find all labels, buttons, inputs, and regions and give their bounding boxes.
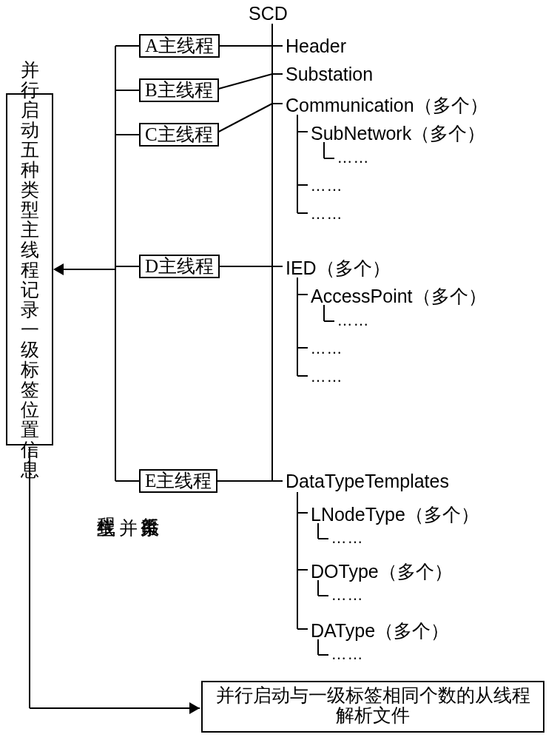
root-label: SCD	[249, 3, 288, 24]
node-substation: Substation	[286, 64, 373, 85]
bottom-box: 并行启动与一级标签相同个数的从线程解析文件	[201, 681, 544, 733]
ellipsis: ……	[331, 646, 364, 663]
ellipsis: ……	[311, 206, 343, 223]
node-datype: DAType（多个）	[311, 619, 449, 643]
node-lnodetype: LNodeType（多个）	[311, 502, 479, 527]
ellipsis: ……	[337, 312, 370, 329]
node-header: Header	[286, 36, 346, 57]
thread-box-b: B主线程	[139, 78, 219, 102]
thread-box-c: C主线程	[139, 123, 219, 147]
svg-marker-45	[189, 702, 200, 714]
svg-line-16	[213, 104, 272, 135]
ellipsis: ……	[331, 587, 364, 604]
left-vertical-box: 并行启动五种类型主线程记录一级标签位置信息	[6, 93, 53, 445]
arrow-left-icon	[53, 263, 64, 275]
node-dotype: DOType（多个）	[311, 559, 453, 584]
node-datatypetemplates: DataTypeTemplates	[286, 471, 449, 492]
diagram-root: SCD 并行启动五种类型主线程记录一级标签位置信息 A主线程 B主线程 C主线程…	[0, 0, 560, 740]
left-box-text: 并行启动五种类型主线程记录一级标签位置信息	[21, 60, 39, 480]
thread-box-e: E主线程	[139, 469, 217, 493]
node-accesspoint: AccessPoint（多个）	[311, 284, 487, 309]
ellipsis: ……	[331, 530, 364, 547]
node-communication: Communication（多个）	[286, 93, 488, 118]
thread-box-a: A主线程	[139, 34, 220, 58]
thread-box-d: D主线程	[139, 255, 220, 278]
svg-line-15	[213, 74, 272, 90]
ellipsis: ……	[311, 369, 343, 386]
ellipsis: ……	[311, 178, 343, 195]
ellipsis: ……	[311, 340, 343, 357]
node-subnetwork: SubNetwork（多个）	[311, 121, 485, 146]
node-ied: IED（多个）	[286, 256, 391, 280]
ellipsis: ……	[337, 149, 370, 166]
bottom-box-text: 并行启动与一级标签相同个数的从线程解析文件	[216, 685, 530, 725]
